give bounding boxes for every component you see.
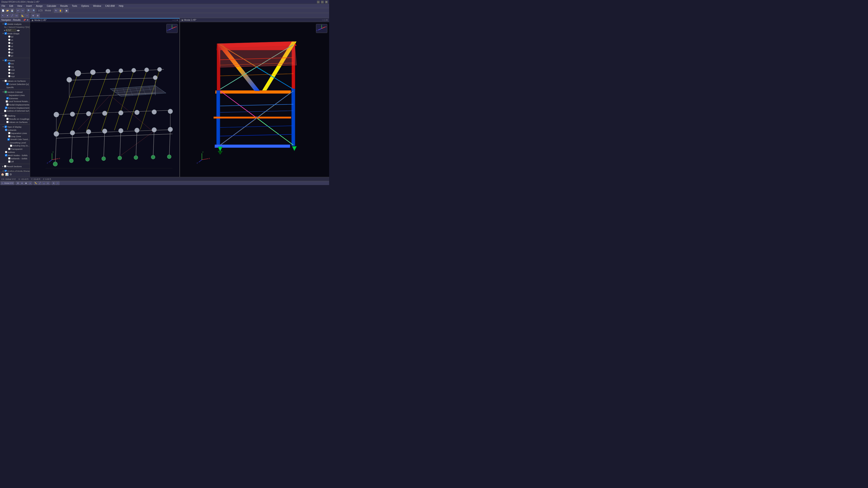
smoothing-level-row[interactable]: Smoothing Level <box>0 141 30 144</box>
torsional-row[interactable]: Local Torsional Rotatio... <box>0 100 30 103</box>
isolines-row[interactable]: Isolines <box>0 151 30 154</box>
navigator-pin[interactable]: 📌 <box>23 19 26 21</box>
isolines-radio[interactable] <box>5 151 7 153</box>
myz-radio[interactable] <box>8 75 10 77</box>
bd-row[interactable]: bd <box>0 35 30 38</box>
myr-row[interactable]: myr <box>0 71 30 74</box>
vr-min[interactable]: ─ <box>322 19 324 21</box>
cs-select[interactable]: 1 - Global XYZ <box>1 182 14 185</box>
off-row[interactable]: Off <box>0 160 30 163</box>
result-sections-header[interactable]: ▶ Result Sections <box>0 165 30 168</box>
snap-btn[interactable]: ⊕ <box>16 182 20 185</box>
vl-close[interactable]: ✕ <box>176 19 178 22</box>
menu-options[interactable]: Options <box>81 5 90 7</box>
mxk-radio[interactable] <box>8 69 10 71</box>
viewport-right-tab[interactable]: ▣ Modal 2.rf6* ─ □ ✕ <box>180 18 329 22</box>
viewport-left-canvas[interactable]: X Y Z X Y <box>30 22 180 177</box>
snap-button[interactable]: ⊕ <box>31 13 35 18</box>
mx-radio[interactable] <box>8 62 10 65</box>
open-button[interactable]: 📂 <box>5 8 9 13</box>
nodal-disp-row[interactable]: Nodal Displacements <box>0 103 30 106</box>
values-surfaces-header[interactable]: ▼ Values on Surfaces <box>0 79 30 83</box>
sep-lines2-row[interactable]: Separation Lines <box>0 131 30 135</box>
modal-analysis-checkbox[interactable] <box>4 23 7 25</box>
mid-snap[interactable]: ◆ <box>24 182 28 185</box>
current-selection-checkbox[interactable] <box>6 83 8 85</box>
mode-shape-row[interactable]: ▼ Mode Shape <box>0 32 30 35</box>
specific-row[interactable]: Specific <box>0 86 30 89</box>
values-surfaces2-checkbox[interactable] <box>6 121 8 123</box>
uz-row[interactable]: uz <box>0 44 30 48</box>
results-couplings-checkbox[interactable] <box>6 118 8 120</box>
outlines-row[interactable]: Outlines of Deformed Surf... <box>0 109 30 112</box>
rotate-button[interactable]: ↻ <box>54 8 58 13</box>
annotation-btn[interactable]: A <box>52 182 55 185</box>
surface-button[interactable]: ▭ <box>14 13 19 18</box>
phix-row[interactable]: φx <box>0 48 30 51</box>
extremes-checkbox[interactable] <box>6 97 8 99</box>
extreme-disp-checkbox[interactable] <box>5 107 7 109</box>
modal-analysis-header[interactable]: ▼ Modal Analysis <box>0 22 30 26</box>
section-colored-row[interactable]: ▼ Section Colored <box>0 90 30 94</box>
vr-close[interactable]: ✕ <box>326 19 328 21</box>
current-selection-row[interactable]: Current Selection [u] <box>0 83 30 86</box>
viewport-right-canvas[interactable]: X Y Z X Y <box>180 22 329 177</box>
measure-tool[interactable]: 📏 <box>34 182 37 185</box>
draw-rect[interactable]: ▭ <box>46 182 50 185</box>
uy-radio[interactable] <box>8 42 10 44</box>
node-snap[interactable]: ● <box>20 182 24 185</box>
mesh-nodes-checkbox[interactable] <box>5 154 7 156</box>
sep-lines2-checkbox[interactable] <box>8 132 10 134</box>
redo-button[interactable]: ↪ <box>21 8 25 13</box>
phiz-row[interactable]: φz <box>0 54 30 57</box>
sep-lines-row[interactable]: ⸦ Separation Lines <box>0 94 30 97</box>
mxk-row[interactable]: mxk <box>0 68 30 71</box>
result-sections-checkbox[interactable] <box>4 165 6 167</box>
dim-btn[interactable]: ↔ <box>56 182 59 185</box>
mx-row[interactable]: mx <box>0 62 30 65</box>
measure-button[interactable]: 📐 <box>21 13 25 18</box>
myr-radio[interactable] <box>8 72 10 74</box>
mesh-nodes-row[interactable]: Mesh Nodes - Solids <box>0 154 30 157</box>
type-display-checkbox[interactable] <box>4 126 7 128</box>
phix-radio[interactable] <box>8 48 10 51</box>
nav-icon1[interactable]: 🏠 <box>1 173 4 176</box>
grid-button[interactable]: ⊞ <box>36 13 40 18</box>
viewport-left-tab[interactable]: ▣ Modal 2.rf6* ─ □ ✕ <box>30 18 180 22</box>
masking-checkbox[interactable] <box>4 115 7 117</box>
viewport-left[interactable]: ▣ Modal 2.rf6* ─ □ ✕ <box>30 18 180 177</box>
extreme-disp-row[interactable]: Extreme Displacement <box>0 106 30 109</box>
mode-shape-checkbox[interactable] <box>4 32 7 35</box>
uz-radio[interactable] <box>8 45 10 47</box>
perp-snap[interactable]: ⊥ <box>28 182 32 185</box>
masses-checkbox[interactable] <box>4 59 7 61</box>
results-couplings-row[interactable]: Results on Couplings <box>0 117 30 121</box>
node-button[interactable]: ● <box>5 13 9 18</box>
phiy-row[interactable]: φy <box>0 51 30 54</box>
viewport-right[interactable]: ▣ Modal 2.rf6* ─ □ ✕ <box>180 18 329 177</box>
including-gray-checkbox[interactable] <box>10 144 12 147</box>
my-radio[interactable] <box>8 66 10 68</box>
menu-file[interactable]: File <box>1 5 6 7</box>
menu-insert[interactable]: Insert <box>26 5 33 7</box>
my-row[interactable]: my <box>0 65 30 68</box>
isobands-radio[interactable] <box>5 129 7 131</box>
menu-calculate[interactable]: Calculate <box>46 5 57 7</box>
gray-zone-checkbox[interactable] <box>8 135 10 137</box>
navigator-close[interactable]: ✕ <box>27 19 29 21</box>
scaling-checkbox[interactable] <box>4 170 7 171</box>
outlines-checkbox[interactable] <box>4 110 6 112</box>
scaling-header[interactable]: ▼ Scaling of Mode Shapes <box>0 169 30 171</box>
bd-radio[interactable] <box>8 35 10 38</box>
menu-help[interactable]: Help <box>118 5 124 7</box>
frequency-input[interactable] <box>6 29 16 32</box>
values-surfaces-checkbox[interactable] <box>4 80 7 82</box>
zoom-in-button[interactable]: 🔍 <box>27 8 31 13</box>
nodal-disp-checkbox[interactable] <box>6 103 8 106</box>
close-button[interactable]: ✕ <box>325 1 328 3</box>
menu-edit[interactable]: Edit <box>8 5 14 7</box>
smooth-color-row[interactable]: Smooth Color Transl... <box>0 138 30 141</box>
phiy-radio[interactable] <box>8 51 10 54</box>
new-button[interactable]: 📄 <box>1 8 5 13</box>
myz-row[interactable]: myz <box>0 74 30 78</box>
